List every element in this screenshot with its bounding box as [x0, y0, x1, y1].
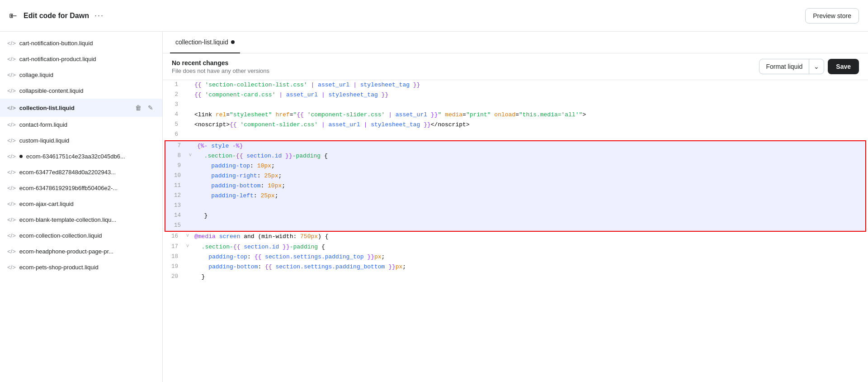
preview-store-button[interactable]: Preview store — [805, 8, 859, 24]
line-number: 7 — [165, 141, 187, 151]
format-liquid-button[interactable]: Format liquid ⌄ — [759, 59, 824, 74]
line-number: 6 — [163, 130, 184, 140]
sidebar-item[interactable]: </>ecom-pets-shop-product.liquid — [0, 259, 162, 275]
line-number: 8 — [165, 151, 187, 161]
tabs-bar: collection-list.liquid — [163, 32, 868, 53]
tab-collection-list[interactable]: collection-list.liquid — [170, 32, 240, 53]
fold-indicator — [184, 252, 191, 262]
code-bracket-icon: </> — [7, 40, 16, 47]
sidebar-item[interactable]: </>ecom-63477ed827848d0a2202943... — [0, 164, 162, 180]
fold-indicator — [184, 110, 191, 120]
code-content: padding-left: 25px; — [193, 191, 865, 201]
code-line: 15 — [165, 221, 865, 231]
code-bracket-icon: </> — [7, 121, 16, 128]
code-content: .section-{{ section.id }}-padding { — [193, 151, 865, 161]
code-content: padding-bottom: 10px; — [193, 181, 865, 191]
sidebar: </>cart-notification-button.liquid</>car… — [0, 32, 163, 382]
fold-indicator: v — [184, 232, 191, 242]
code-content: {{ 'component-card.css' | asset_url | st… — [191, 90, 868, 100]
line-number: 15 — [165, 221, 187, 231]
code-line: 3 — [163, 100, 868, 110]
sidebar-item[interactable]: </>ecom-blank-template-collection.liqu..… — [0, 212, 162, 228]
code-line: 9 padding-top: 10px; — [165, 161, 865, 171]
fold-indicator — [187, 181, 193, 191]
line-number: 1 — [163, 80, 184, 90]
fold-indicator — [187, 161, 193, 171]
back-icon — [9, 11, 18, 20]
code-line: 1{{ 'section-collection-list.css' | asse… — [163, 80, 868, 90]
back-button[interactable] — [9, 11, 18, 20]
fold-indicator — [184, 272, 191, 282]
sidebar-item-label: collapsible-content.liquid — [19, 87, 155, 94]
sidebar-item[interactable]: </>cart-notification-button.liquid — [0, 35, 162, 51]
sidebar-item-label: ecom-collection-collection.liquid — [19, 232, 155, 239]
more-options-button[interactable]: ··· — [94, 11, 104, 20]
sidebar-item[interactable]: </>collapsible-content.liquid — [0, 83, 162, 99]
code-line: 4<link rel="stylesheet" href="{{ 'compon… — [163, 110, 868, 120]
toolbar-right: Format liquid ⌄ Save — [759, 59, 859, 74]
code-content: .section-{{ section.id }}-padding { — [191, 242, 868, 252]
code-content: padding-top: 10px; — [193, 161, 865, 171]
code-content: <link rel="stylesheet" href="{{ 'compone… — [191, 110, 868, 120]
line-number: 18 — [163, 252, 184, 262]
format-chevron-icon[interactable]: ⌄ — [809, 59, 824, 74]
toolbar: No recent changes File does not have any… — [163, 53, 868, 80]
sidebar-item[interactable]: </>cart-notification-product.liquid — [0, 51, 162, 67]
sidebar-item-label: ecom-63477ed827848d0a2202943... — [19, 169, 155, 176]
fold-indicator — [187, 221, 193, 231]
code-line: 16v@media screen and (min-width: 750px) … — [163, 232, 868, 242]
sidebar-item-label: collection-list.liquid — [19, 105, 130, 111]
code-bracket-icon: </> — [7, 87, 16, 94]
code-line: 11 padding-bottom: 10px; — [165, 181, 865, 191]
sidebar-item[interactable]: </>ecom-headphone-product-page-pr... — [0, 244, 162, 259]
fold-indicator — [187, 171, 193, 181]
sidebar-item[interactable]: </>collection-list.liquid🗑✎ — [0, 99, 162, 117]
code-line: 7{%- style -%} — [165, 141, 865, 151]
sidebar-item[interactable]: </>contact-form.liquid — [0, 117, 162, 133]
sidebar-item[interactable]: </>ecom-collection-collection.liquid — [0, 228, 162, 244]
code-editor[interactable]: 1{{ 'section-collection-list.css' | asse… — [163, 80, 868, 382]
code-bracket-icon: </> — [7, 169, 16, 176]
fold-indicator — [184, 90, 191, 100]
sidebar-item-label: contact-form.liquid — [19, 121, 155, 128]
sidebar-item[interactable]: </>collage.liquid — [0, 67, 162, 83]
sidebar-item[interactable]: </>ecom-ajax-cart.liquid — [0, 196, 162, 212]
fold-indicator — [184, 262, 191, 272]
line-number: 16 — [163, 232, 184, 242]
code-content — [193, 221, 865, 231]
line-number: 9 — [165, 161, 187, 171]
code-bracket-icon: </> — [7, 201, 16, 207]
code-bracket-icon: </> — [7, 248, 16, 255]
code-line: 17v .section-{{ section.id }}-padding { — [163, 242, 868, 252]
line-number: 19 — [163, 262, 184, 272]
code-lines: 1{{ 'section-collection-list.css' | asse… — [163, 80, 868, 282]
tab-modified-dot — [231, 40, 235, 44]
code-content: padding-right: 25px; — [193, 171, 865, 181]
code-bracket-icon: </> — [7, 264, 16, 271]
code-bracket-icon: </> — [7, 137, 16, 144]
code-line: 18 padding-top: {{ section.settings.padd… — [163, 252, 868, 262]
sidebar-item[interactable]: </>custom-liquid.liquid — [0, 133, 162, 148]
fold-indicator: v — [187, 151, 193, 161]
header-left: Edit code for Dawn ··· — [9, 11, 104, 20]
delete-file-button[interactable]: 🗑 — [133, 103, 143, 112]
code-content: <noscript>{{ 'component-slider.css' | as… — [191, 120, 868, 130]
line-number: 5 — [163, 120, 184, 130]
sidebar-item[interactable]: </>ecom-63461751c4e23aa32c045db6... — [0, 148, 162, 164]
sidebar-item[interactable]: </>ecom-634786192919b6ffb50406e2-... — [0, 180, 162, 196]
code-content: @media screen and (min-width: 750px) { — [191, 232, 868, 242]
sidebar-item-label: ecom-blank-template-collection.liqu... — [19, 216, 155, 223]
sidebar-item-label: cart-notification-button.liquid — [19, 40, 155, 47]
sidebar-item-label: ecom-ajax-cart.liquid — [19, 201, 155, 207]
save-button[interactable]: Save — [828, 59, 859, 74]
fold-indicator — [184, 130, 191, 140]
code-line: 6 — [163, 130, 868, 140]
highlighted-code-section: 7{%- style -%}8v .section-{{ section.id … — [165, 140, 866, 232]
code-content: padding-bottom: {{ section.settings.padd… — [191, 262, 868, 272]
code-line: 2{{ 'component-card.css' | asset_url | s… — [163, 90, 868, 100]
code-line: 5<noscript>{{ 'component-slider.css' | a… — [163, 120, 868, 130]
code-bracket-icon: </> — [7, 216, 16, 223]
fold-indicator: v — [184, 242, 191, 252]
format-label[interactable]: Format liquid — [760, 59, 809, 74]
rename-file-button[interactable]: ✎ — [146, 103, 155, 112]
